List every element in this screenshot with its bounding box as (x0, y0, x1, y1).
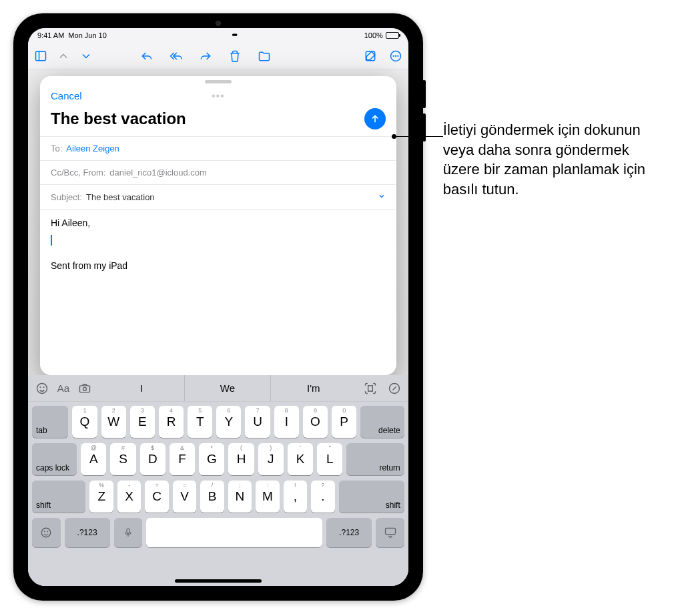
key-return[interactable]: return (346, 443, 404, 475)
svg-rect-0 (36, 51, 46, 60)
suggestion-2[interactable]: We (184, 375, 270, 401)
key-space[interactable] (146, 518, 322, 547)
key-shift-left[interactable]: shift (32, 481, 85, 513)
key-l[interactable]: "L (317, 443, 342, 475)
sheet-grabber[interactable] (205, 80, 232, 83)
key-z[interactable]: %Z (89, 481, 113, 513)
key-numsym-left[interactable]: .?123 (65, 518, 110, 547)
key-shift-right[interactable]: shift (339, 481, 404, 513)
compose-body[interactable]: Hi Aileen, Sent from my iPad (40, 209, 396, 375)
chevron-down-icon[interactable] (79, 49, 93, 63)
forward-icon[interactable] (198, 49, 213, 63)
signature-text: Sent from my iPad (51, 260, 386, 271)
key-g[interactable]: *G (199, 443, 224, 475)
compose-sheet: Cancel ••• The best vacation To: Aileen … (40, 76, 396, 375)
ipad-screen: 9:41 AM Mon Jun 10 ••• 100% (28, 28, 408, 586)
subject-expand-icon[interactable] (378, 192, 386, 202)
key-c[interactable]: +C (145, 481, 168, 513)
key-dismiss-keyboard[interactable] (376, 518, 404, 547)
more-menu-icon[interactable] (388, 49, 403, 63)
key-,[interactable]: !, (284, 481, 307, 513)
volume-up-physical (422, 80, 426, 108)
svg-rect-19 (385, 528, 395, 534)
trash-icon[interactable] (228, 49, 242, 63)
onscreen-keyboard: Aa I We I'm tab 1Q (28, 375, 408, 586)
emoji-sticker-icon[interactable] (35, 381, 49, 396)
key-tab[interactable]: tab (32, 406, 68, 438)
predictive-suggestions: I We I'm (99, 375, 356, 401)
markup-pencil-icon[interactable] (387, 381, 402, 396)
folder-move-icon[interactable] (257, 49, 272, 63)
svg-point-12 (83, 387, 87, 390)
mail-content-backdrop: Cancel ••• The best vacation To: Aileen … (28, 69, 408, 586)
sheet-more-icon[interactable]: ••• (212, 90, 225, 102)
live-text-camera-icon[interactable] (77, 381, 92, 396)
to-value: Aileen Zeigen (66, 143, 119, 153)
callout-leader-line (394, 136, 443, 137)
key-q[interactable]: 1Q (72, 406, 97, 438)
subject-label: Subject: (51, 192, 82, 202)
battery-percent: 100% (364, 31, 383, 39)
key-numsym-right[interactable]: .?123 (326, 518, 372, 547)
key-j[interactable]: )J (258, 443, 284, 475)
to-field[interactable]: To: Aileen Zeigen (40, 136, 396, 160)
key-f[interactable]: &F (169, 443, 195, 475)
key-r[interactable]: 4R (159, 406, 184, 438)
svg-point-9 (40, 386, 41, 387)
key-o[interactable]: 9O (303, 406, 328, 438)
reply-all-icon[interactable] (169, 49, 184, 63)
cancel-button[interactable]: Cancel (51, 90, 82, 101)
home-indicator[interactable] (175, 579, 262, 583)
key-dictation[interactable] (114, 518, 143, 547)
send-button[interactable] (364, 108, 386, 129)
key-delete[interactable]: delete (360, 406, 404, 438)
key-e[interactable]: 3E (130, 406, 155, 438)
subject-value: The best vacation (86, 192, 155, 202)
chevron-up-icon[interactable] (56, 49, 71, 63)
key-u[interactable]: 7U (245, 406, 270, 438)
svg-point-5 (395, 55, 396, 56)
keyboard-row-3: shift %Z-X+C=V/B;N:M!,?. shift (32, 481, 404, 513)
key-capslock[interactable]: caps lock (32, 443, 77, 475)
svg-rect-13 (368, 385, 372, 390)
suggestion-1[interactable]: I (99, 375, 184, 401)
keyboard-row-1: tab 1Q2W3E4R5T6Y7U8I9O0P delete (32, 406, 404, 438)
suggestion-3[interactable]: I'm (270, 375, 356, 401)
ccbcc-from-label: Cc/Bcc, From: (51, 168, 105, 178)
key-w[interactable]: 2W (101, 406, 126, 438)
scan-document-icon[interactable] (363, 381, 378, 396)
multitask-dots-icon[interactable]: ••• (232, 31, 236, 40)
key-a[interactable]: @A (81, 443, 106, 475)
svg-point-10 (43, 386, 44, 387)
key-x[interactable]: -X (117, 481, 141, 513)
cc-bcc-from-field[interactable]: Cc/Bcc, From: daniel_rico1@icloud.com (40, 160, 396, 184)
key-i[interactable]: 8I (274, 406, 299, 438)
key-p[interactable]: 0P (332, 406, 356, 438)
text-format-icon[interactable]: Aa (56, 381, 71, 396)
key-emoji[interactable] (32, 518, 61, 547)
key-m[interactable]: :M (256, 481, 279, 513)
key-s[interactable]: #S (110, 443, 135, 475)
key-v[interactable]: =V (173, 481, 196, 513)
key-k[interactable]: 'K (288, 443, 313, 475)
key-t[interactable]: 5T (188, 406, 212, 438)
callout-text: İletiyi göndermek için dokunun veya daha… (443, 120, 667, 200)
svg-rect-18 (127, 529, 129, 533)
key-y[interactable]: 6Y (216, 406, 241, 438)
keyboard-toolbar: Aa I We I'm (28, 375, 408, 402)
to-label: To: (51, 143, 62, 153)
compose-icon[interactable] (363, 49, 378, 63)
key-n[interactable]: ;N (228, 481, 252, 513)
svg-point-4 (393, 55, 394, 56)
keyboard-row-2: caps lock @A#S$D&F*G(H)J'K"L return (32, 443, 404, 475)
svg-point-16 (45, 531, 45, 532)
svg-point-8 (37, 383, 47, 393)
key-h[interactable]: (H (228, 443, 254, 475)
sidebar-toggle-icon[interactable] (33, 49, 48, 63)
subject-field[interactable]: Subject: The best vacation (40, 184, 396, 209)
key-d[interactable]: $D (140, 443, 165, 475)
key-.[interactable]: ?. (311, 481, 334, 513)
svg-rect-11 (80, 385, 90, 392)
reply-icon[interactable] (139, 49, 154, 63)
key-b[interactable]: /B (200, 481, 224, 513)
